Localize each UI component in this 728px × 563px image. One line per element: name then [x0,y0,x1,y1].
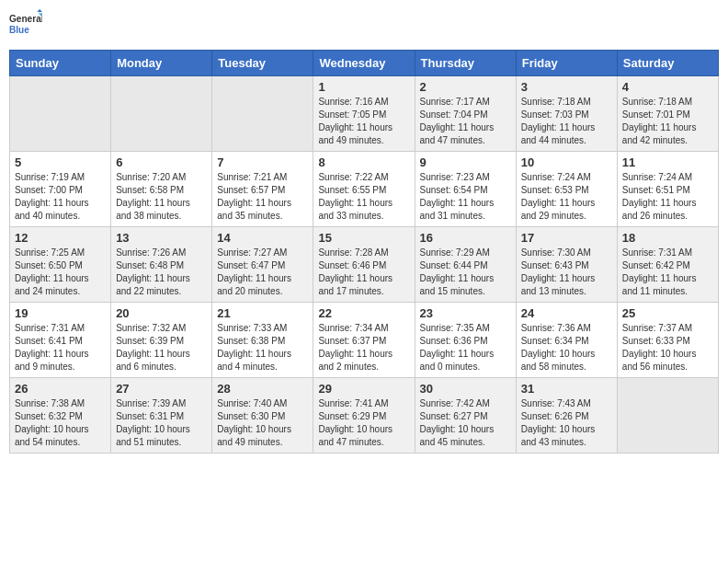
day-number: 28 [217,382,308,396]
day-number: 20 [116,306,207,320]
day-info: Sunrise: 7:21 AM Sunset: 6:57 PM Dayligh… [217,171,308,223]
week-row-1: 1Sunrise: 7:16 AM Sunset: 7:05 PM Daylig… [10,76,719,152]
logo-svg: General Blue [9,9,42,42]
day-info: Sunrise: 7:32 AM Sunset: 6:39 PM Dayligh… [116,322,207,373]
day-number: 16 [420,231,511,245]
calendar-cell: 15Sunrise: 7:28 AM Sunset: 6:46 PM Dayli… [313,227,415,303]
day-number: 23 [420,306,511,320]
week-row-3: 12Sunrise: 7:25 AM Sunset: 6:50 PM Dayli… [10,227,719,303]
header: General Blue [9,9,719,42]
calendar-cell: 24Sunrise: 7:36 AM Sunset: 6:34 PM Dayli… [516,303,617,378]
day-info: Sunrise: 7:43 AM Sunset: 6:26 PM Dayligh… [521,397,612,449]
calendar-cell: 11Sunrise: 7:24 AM Sunset: 6:51 PM Dayli… [617,152,718,227]
day-number: 4 [622,80,713,94]
calendar-table: SundayMondayTuesdayWednesdayThursdayFrid… [9,50,719,454]
day-number: 31 [521,382,612,396]
day-number: 27 [116,382,207,396]
calendar-cell [111,76,212,152]
calendar-cell: 19Sunrise: 7:31 AM Sunset: 6:41 PM Dayli… [10,303,111,378]
week-row-5: 26Sunrise: 7:38 AM Sunset: 6:32 PM Dayli… [10,378,719,454]
calendar-cell: 2Sunrise: 7:17 AM Sunset: 7:04 PM Daylig… [415,76,516,152]
weekday-header-row: SundayMondayTuesdayWednesdayThursdayFrid… [10,51,719,76]
calendar-cell: 7Sunrise: 7:21 AM Sunset: 6:57 PM Daylig… [212,152,313,227]
day-number: 29 [318,382,409,396]
day-info: Sunrise: 7:24 AM Sunset: 6:53 PM Dayligh… [521,171,612,223]
calendar-cell: 29Sunrise: 7:41 AM Sunset: 6:29 PM Dayli… [313,378,415,454]
day-info: Sunrise: 7:38 AM Sunset: 6:32 PM Dayligh… [15,397,106,449]
day-info: Sunrise: 7:34 AM Sunset: 6:37 PM Dayligh… [318,322,409,373]
weekday-header-tuesday: Tuesday [212,51,313,76]
svg-text:General: General [9,14,42,24]
day-info: Sunrise: 7:23 AM Sunset: 6:54 PM Dayligh… [420,171,511,223]
calendar-cell: 30Sunrise: 7:42 AM Sunset: 6:27 PM Dayli… [415,378,516,454]
day-number: 17 [521,231,612,245]
day-info: Sunrise: 7:31 AM Sunset: 6:42 PM Dayligh… [622,247,713,298]
calendar-cell: 5Sunrise: 7:19 AM Sunset: 7:00 PM Daylig… [10,152,111,227]
day-info: Sunrise: 7:26 AM Sunset: 6:48 PM Dayligh… [116,247,207,298]
day-info: Sunrise: 7:22 AM Sunset: 6:55 PM Dayligh… [318,171,409,223]
day-info: Sunrise: 7:28 AM Sunset: 6:46 PM Dayligh… [318,247,409,298]
day-info: Sunrise: 7:31 AM Sunset: 6:41 PM Dayligh… [15,322,106,373]
calendar-cell: 10Sunrise: 7:24 AM Sunset: 6:53 PM Dayli… [516,152,617,227]
day-number: 15 [318,231,409,245]
weekday-header-friday: Friday [516,51,617,76]
calendar-cell [212,76,313,152]
calendar-cell: 6Sunrise: 7:20 AM Sunset: 6:58 PM Daylig… [111,152,212,227]
calendar-cell: 21Sunrise: 7:33 AM Sunset: 6:38 PM Dayli… [212,303,313,378]
calendar-cell: 18Sunrise: 7:31 AM Sunset: 6:42 PM Dayli… [617,227,718,303]
day-info: Sunrise: 7:30 AM Sunset: 6:43 PM Dayligh… [521,247,612,298]
calendar-cell [617,378,718,454]
day-number: 18 [622,231,713,245]
day-info: Sunrise: 7:39 AM Sunset: 6:31 PM Dayligh… [116,397,207,449]
day-info: Sunrise: 7:41 AM Sunset: 6:29 PM Dayligh… [318,397,409,449]
day-number: 14 [217,231,308,245]
calendar-cell: 13Sunrise: 7:26 AM Sunset: 6:48 PM Dayli… [111,227,212,303]
day-info: Sunrise: 7:33 AM Sunset: 6:38 PM Dayligh… [217,322,308,373]
day-number: 19 [15,306,106,320]
day-number: 3 [521,80,612,94]
calendar-cell: 4Sunrise: 7:18 AM Sunset: 7:01 PM Daylig… [617,76,718,152]
calendar-cell: 16Sunrise: 7:29 AM Sunset: 6:44 PM Dayli… [415,227,516,303]
day-number: 22 [318,306,409,320]
day-number: 13 [116,231,207,245]
calendar-cell: 9Sunrise: 7:23 AM Sunset: 6:54 PM Daylig… [415,152,516,227]
day-number: 2 [420,80,511,94]
calendar-cell: 22Sunrise: 7:34 AM Sunset: 6:37 PM Dayli… [313,303,415,378]
weekday-header-wednesday: Wednesday [313,51,415,76]
day-info: Sunrise: 7:42 AM Sunset: 6:27 PM Dayligh… [420,397,511,449]
calendar-cell: 26Sunrise: 7:38 AM Sunset: 6:32 PM Dayli… [10,378,111,454]
day-number: 9 [420,155,511,169]
day-info: Sunrise: 7:24 AM Sunset: 6:51 PM Dayligh… [622,171,713,223]
day-number: 7 [217,155,308,169]
calendar-cell: 8Sunrise: 7:22 AM Sunset: 6:55 PM Daylig… [313,152,415,227]
day-info: Sunrise: 7:40 AM Sunset: 6:30 PM Dayligh… [217,397,308,449]
day-number: 11 [622,155,713,169]
svg-text:Blue: Blue [9,25,29,35]
svg-marker-2 [37,9,42,12]
calendar-cell: 12Sunrise: 7:25 AM Sunset: 6:50 PM Dayli… [10,227,111,303]
day-info: Sunrise: 7:27 AM Sunset: 6:47 PM Dayligh… [217,247,308,298]
calendar-cell: 17Sunrise: 7:30 AM Sunset: 6:43 PM Dayli… [516,227,617,303]
day-number: 25 [622,306,713,320]
week-row-4: 19Sunrise: 7:31 AM Sunset: 6:41 PM Dayli… [10,303,719,378]
day-number: 26 [15,382,106,396]
week-row-2: 5Sunrise: 7:19 AM Sunset: 7:00 PM Daylig… [10,152,719,227]
page: General Blue SundayMondayTuesdayWednesda… [0,0,728,563]
day-info: Sunrise: 7:20 AM Sunset: 6:58 PM Dayligh… [116,171,207,223]
calendar-cell: 1Sunrise: 7:16 AM Sunset: 7:05 PM Daylig… [313,76,415,152]
day-number: 24 [521,306,612,320]
calendar-cell: 14Sunrise: 7:27 AM Sunset: 6:47 PM Dayli… [212,227,313,303]
calendar-cell [10,76,111,152]
calendar-cell: 23Sunrise: 7:35 AM Sunset: 6:36 PM Dayli… [415,303,516,378]
day-info: Sunrise: 7:29 AM Sunset: 6:44 PM Dayligh… [420,247,511,298]
calendar-cell: 27Sunrise: 7:39 AM Sunset: 6:31 PM Dayli… [111,378,212,454]
day-info: Sunrise: 7:35 AM Sunset: 6:36 PM Dayligh… [420,322,511,373]
day-number: 21 [217,306,308,320]
day-number: 10 [521,155,612,169]
calendar-cell: 3Sunrise: 7:18 AM Sunset: 7:03 PM Daylig… [516,76,617,152]
day-info: Sunrise: 7:37 AM Sunset: 6:33 PM Dayligh… [622,322,713,373]
day-info: Sunrise: 7:25 AM Sunset: 6:50 PM Dayligh… [15,247,106,298]
day-number: 12 [15,231,106,245]
day-info: Sunrise: 7:36 AM Sunset: 6:34 PM Dayligh… [521,322,612,373]
day-number: 5 [15,155,106,169]
